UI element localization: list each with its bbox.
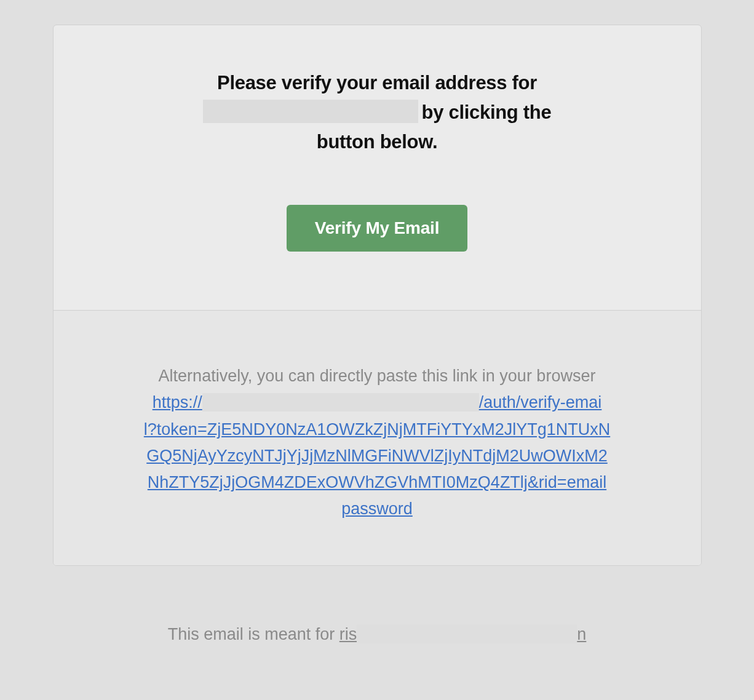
redacted-recipient xyxy=(357,624,577,643)
link-after-redaction: /auth/verify-emai xyxy=(479,393,602,412)
link-line3: GQ5NjAyYzcyNTJjYjJjMzNlMGFiNWVlZjIyNTdjM… xyxy=(90,443,664,469)
heading-line2-suffix: by clicking the xyxy=(422,101,552,123)
redacted-host xyxy=(202,393,479,412)
heading-line1: Please verify your email address for xyxy=(217,72,537,93)
alternative-intro: Alternatively, you can directly paste th… xyxy=(90,363,664,389)
link-line5: password xyxy=(90,496,664,522)
verify-heading: Please verify your email address for by … xyxy=(127,68,627,157)
card-top-section: Please verify your email address for by … xyxy=(54,25,701,311)
email-card: Please verify your email address for by … xyxy=(53,25,702,566)
card-bottom-section: Alternatively, you can directly paste th… xyxy=(54,311,701,565)
link-prefix: https:// xyxy=(153,393,202,412)
verify-email-button[interactable]: Verify My Email xyxy=(287,205,467,252)
heading-line3: button below. xyxy=(317,131,437,153)
footer-name-end: n xyxy=(577,625,586,643)
link-line4: NhZTY5ZjJjOGM4ZDExOWVhZGVhMTI0MzQ4ZTlj&r… xyxy=(90,469,664,496)
link-line2: l?token=ZjE5NDY0NzA1OWZkZjNjMTFiYTYxM2Jl… xyxy=(90,416,664,443)
redacted-domain xyxy=(203,100,418,123)
footer-prefix: This email is meant for xyxy=(168,625,339,643)
verification-link[interactable]: https:///auth/verify-emai l?token=ZjE5ND… xyxy=(90,389,664,522)
footer-text: This email is meant for risn xyxy=(25,624,729,644)
footer-name-start: ris xyxy=(339,625,357,643)
